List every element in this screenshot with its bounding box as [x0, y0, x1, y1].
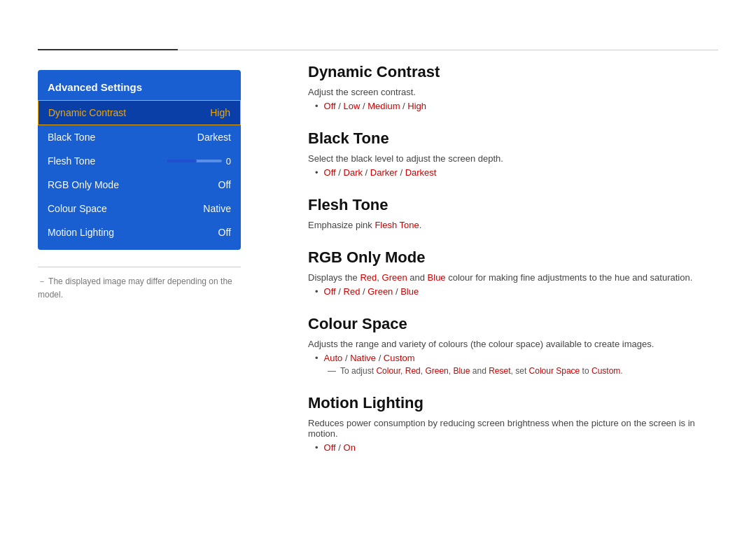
top-divider-left	[38, 49, 178, 50]
section-title-black-tone: Black Tone	[308, 129, 718, 148]
left-panel: Advanced Settings Dynamic Contrast High …	[38, 70, 241, 300]
option-green-rgb: Green	[368, 286, 393, 297]
bullet-text-rgb: Off / Red / Green / Blue	[324, 286, 419, 297]
bullet-text-dynamic-contrast: Off / Low / Medium / High	[324, 101, 427, 111]
menu-item-rgb-only-mode[interactable]: RGB Only Mode Off	[38, 173, 241, 197]
right-content: Dynamic Contrast Adjust the screen contr…	[308, 63, 718, 471]
menu-item-value-dynamic-contrast: High	[210, 107, 230, 118]
section-desc-flesh-tone: Emphasize pink Flesh Tone.	[308, 220, 718, 230]
section-desc-motion-lighting: Reduces power consumption by reducing sc…	[308, 418, 718, 439]
bullet-rgb: Off / Red / Green / Blue	[315, 286, 718, 297]
option-off-dc: Off	[324, 101, 336, 111]
section-desc-rgb-only-mode: Displays the Red, Green and Blue colour …	[308, 272, 718, 283]
menu-item-black-tone[interactable]: Black Tone Darkest	[38, 125, 241, 149]
section-flesh-tone: Flesh Tone Emphasize pink Flesh Tone.	[308, 196, 718, 230]
option-high-dc: High	[407, 101, 426, 111]
top-divider-right	[178, 50, 718, 50]
menu-item-value-rgb-only-mode: Off	[218, 179, 231, 190]
section-title-flesh-tone: Flesh Tone	[308, 196, 718, 214]
green-link: Green	[382, 272, 407, 283]
menu-item-label-flesh-tone: Flesh Tone	[48, 155, 95, 167]
reset-highlight: Reset	[489, 366, 510, 376]
bullet-colour-space: Auto / Native / Custom	[315, 353, 718, 363]
section-title-colour-space: Colour Space	[308, 315, 718, 333]
section-colour-space: Colour Space Adjusts the range and varie…	[308, 315, 718, 376]
menu-item-label-rgb-only-mode: RGB Only Mode	[48, 179, 119, 190]
colour-space-highlight: Colour Space	[529, 366, 580, 376]
note-text: － The displayed image may differ dependi…	[38, 276, 232, 300]
option-dark-bt: Dark	[344, 167, 363, 178]
menu-item-label-black-tone: Black Tone	[48, 132, 95, 143]
menu-item-flesh-tone[interactable]: Flesh Tone 0	[38, 149, 241, 173]
slider-fill	[166, 160, 197, 162]
red-link: Red	[360, 272, 377, 283]
menu-title: Advanced Settings	[38, 76, 241, 100]
section-title-rgb-only-mode: RGB Only Mode	[308, 248, 718, 267]
bullet-black-tone: Off / Dark / Darker / Darkest	[315, 167, 718, 178]
blue-link: Blue	[428, 272, 446, 283]
section-desc-black-tone: Select the black level to adjust the scr…	[308, 153, 718, 164]
custom-highlight: Custom	[592, 366, 620, 376]
option-darkest-bt: Darkest	[405, 167, 437, 178]
section-motion-lighting: Motion Lighting Reduces power consumptio…	[308, 394, 718, 453]
menu-item-dynamic-contrast[interactable]: Dynamic Contrast High	[38, 100, 241, 125]
flesh-tone-link: Flesh Tone	[374, 220, 419, 230]
bullet-dynamic-contrast: Off / Low / Medium / High	[315, 101, 718, 111]
option-red-rgb: Red	[344, 286, 360, 297]
colour-highlight: Colour	[376, 366, 400, 376]
option-blue-rgb: Blue	[400, 286, 419, 297]
top-dividers	[38, 49, 718, 50]
menu-item-motion-lighting[interactable]: Motion Lighting Off	[38, 220, 241, 244]
option-darker-bt: Darker	[370, 167, 398, 178]
note-section: － The displayed image may differ dependi…	[38, 267, 241, 300]
slider-bar	[166, 160, 222, 162]
section-desc-colour-space: Adjusts the range and variety of colours…	[308, 339, 718, 349]
option-custom-cs: Custom	[384, 353, 415, 363]
flesh-tone-slider: 0	[166, 156, 231, 167]
section-desc-dynamic-contrast: Adjust the screen contrast.	[308, 87, 718, 97]
option-off-rgb: Off	[324, 286, 336, 297]
section-black-tone: Black Tone Select the black level to adj…	[308, 129, 718, 178]
option-auto-cs: Auto	[324, 353, 343, 363]
menu-item-value-motion-lighting: Off	[218, 227, 231, 238]
menu-item-colour-space[interactable]: Colour Space Native	[38, 197, 241, 220]
option-off-ml: Off	[324, 442, 336, 453]
menu-item-label-colour-space: Colour Space	[48, 203, 107, 214]
menu-item-label-motion-lighting: Motion Lighting	[48, 227, 114, 238]
menu-item-value-black-tone: Darkest	[197, 132, 231, 143]
menu-container: Advanced Settings Dynamic Contrast High …	[38, 70, 241, 250]
bullet-text-motion-lighting: Off / On	[324, 442, 356, 453]
slider-value: 0	[226, 156, 231, 167]
menu-item-value-colour-space: Native	[203, 203, 231, 214]
red-highlight: Red	[405, 366, 421, 376]
section-title-motion-lighting: Motion Lighting	[308, 394, 718, 412]
option-native-cs: Native	[350, 353, 376, 363]
menu-item-label-dynamic-contrast: Dynamic Contrast	[48, 107, 126, 118]
section-title-dynamic-contrast: Dynamic Contrast	[308, 63, 718, 81]
blue-highlight: Blue	[453, 366, 470, 376]
option-medium-dc: Medium	[368, 101, 400, 111]
section-dynamic-contrast: Dynamic Contrast Adjust the screen contr…	[308, 63, 718, 111]
sub-note-colour-space: To adjust Colour, Red, Green, Blue and R…	[328, 366, 718, 376]
bullet-text-black-tone: Off / Dark / Darker / Darkest	[324, 167, 437, 178]
green-highlight: Green	[425, 366, 448, 376]
option-on-ml: On	[344, 442, 356, 453]
section-rgb-only-mode: RGB Only Mode Displays the Red, Green an…	[308, 248, 718, 297]
option-off-bt: Off	[324, 167, 336, 178]
bullet-text-colour-space: Auto / Native / Custom	[324, 353, 415, 363]
option-low-dc: Low	[344, 101, 360, 111]
bullet-motion-lighting: Off / On	[315, 442, 718, 453]
